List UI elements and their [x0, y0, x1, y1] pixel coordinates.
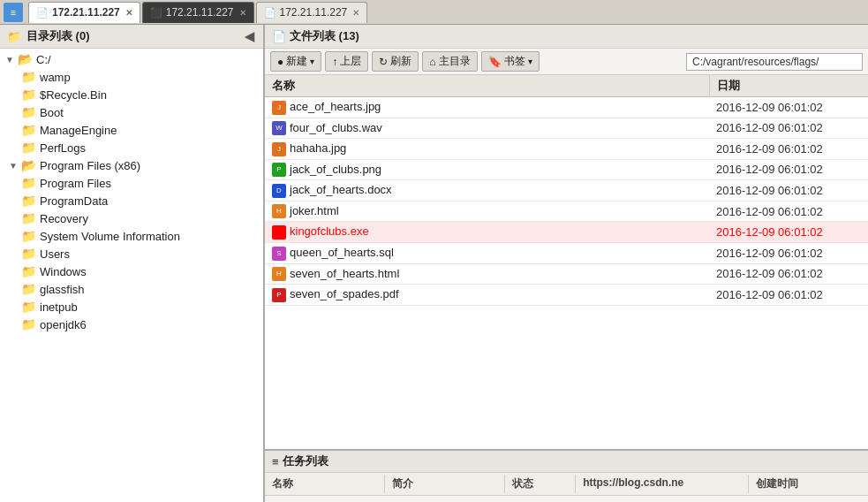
tree-item-label: ProgramData [40, 194, 108, 208]
file-date-cell: 2016-12-09 06:01:02 [709, 180, 868, 202]
table-row[interactable]: Hjoker.html2016-12-09 06:01:02 [265, 201, 868, 222]
file-type-icon: D [272, 184, 286, 198]
tree-item-label: inetpub [40, 300, 78, 314]
tree-item-label: Windows [40, 265, 87, 278]
left-panel-icon: 📁 [7, 30, 21, 43]
file-date-cell: 2016-12-09 06:01:02 [709, 263, 868, 285]
task-col-name: 名称 [265, 475, 385, 493]
file-table-container[interactable]: 名称 日期 Jace_of_hearts.jpg2016-12-09 06:01… [265, 75, 868, 449]
file-date-cell: 2016-12-09 06:01:02 [709, 242, 868, 263]
tree-folder-icon: 📁 [21, 264, 36, 278]
col-name-header[interactable]: 名称 [265, 75, 709, 97]
tab-2-icon: ⬛ [150, 7, 162, 19]
tree-item[interactable]: 📁Recovery [0, 209, 263, 227]
right-panel: 📄 文件列表 (13) ● 新建 ▾ ↑ 上层 ↻ 刷新 ⌂ 主目录 � [265, 25, 868, 502]
left-panel: 📁 目录列表 (0) ◀ ▼ 📂 C:/ 📁wamp 📁$Recycle.Bin… [0, 25, 265, 502]
tab-2-close[interactable]: ✕ [239, 8, 246, 18]
file-type-icon: S [272, 247, 286, 261]
tree-folder-icon: 📁 [21, 194, 36, 208]
tree-item[interactable]: 📁openjdk6 [0, 316, 263, 333]
tab-2[interactable]: ⬛ 172.21.11.227 ✕ [142, 2, 254, 23]
tree-item[interactable]: 📁glassfish [0, 280, 263, 298]
tree-items: 📁wamp 📁$Recycle.Bin 📁Boot 📁ManageEngine … [0, 68, 263, 333]
file-date-cell: 2016-12-09 06:01:02 [709, 97, 868, 118]
tree-expand-icon[interactable]: ▼ [7, 161, 19, 171]
table-row[interactable]: Pjack_of_clubs.png2016-12-09 06:01:02 [265, 159, 868, 180]
collapse-button[interactable]: ◀ [243, 29, 256, 43]
file-name-text: jack_of_clubs.png [290, 163, 381, 176]
toolbar: ● 新建 ▾ ↑ 上层 ↻ 刷新 ⌂ 主目录 🔖 书签 ▾ [265, 49, 868, 75]
path-input[interactable] [686, 53, 863, 71]
table-row[interactable]: Jhahaha.jpg2016-12-09 06:01:02 [265, 139, 868, 160]
tree-item[interactable]: 📁Boot [0, 103, 263, 121]
tree-item[interactable]: 📁$Recycle.Bin [0, 86, 263, 103]
task-col-url: https://blog.csdn.ne [576, 475, 749, 493]
new-label: 新建 [286, 54, 307, 69]
up-icon: ↑ [332, 56, 337, 68]
new-button[interactable]: ● 新建 ▾ [270, 51, 321, 72]
tab-1-close[interactable]: ✕ [125, 8, 132, 18]
tree-folder-icon: 📁 [21, 87, 36, 102]
home-button[interactable]: ⌂ 主目录 [422, 51, 477, 72]
table-header-row: 名称 日期 [265, 75, 868, 97]
home-label: 主目录 [439, 54, 471, 69]
tree-item-label: System Volume Information [40, 230, 180, 243]
task-col-time: 创建时间 [749, 475, 868, 493]
file-name-cell: Hseven_of_hearts.html [265, 263, 709, 285]
tree-item[interactable]: 📁Users [0, 245, 263, 262]
tree-item-label: Boot [40, 106, 64, 119]
tree-folder-icon: 📁 [21, 211, 36, 225]
tree-folder-icon: 📁 [21, 70, 36, 84]
refresh-button[interactable]: ↻ 刷新 [372, 51, 419, 72]
table-row[interactable]: Pseven_of_spades.pdf2016-12-09 06:01:02 [265, 285, 868, 306]
file-tbody: Jace_of_hearts.jpg2016-12-09 06:01:02Wfo… [265, 97, 868, 306]
tab-3-close[interactable]: ✕ [352, 8, 359, 18]
tree-item-label: Recovery [40, 212, 88, 225]
tree-item[interactable]: 📁System Volume Information [0, 227, 263, 245]
tree-item[interactable]: 📁inetpub [0, 298, 263, 316]
bookmark-button[interactable]: 🔖 书签 ▾ [481, 51, 540, 72]
table-row[interactable]: Wfour_of_clubs.wav2016-12-09 06:01:02 [265, 118, 868, 139]
tab-1[interactable]: 📄 172.21.11.227 ✕ [28, 2, 140, 23]
refresh-label: 刷新 [390, 54, 411, 69]
task-panel-header: ≡ 任务列表 [265, 451, 868, 473]
tree-container[interactable]: ▼ 📂 C:/ 📁wamp 📁$Recycle.Bin 📁Boot 📁Manag… [0, 49, 263, 502]
file-name-text: jack_of_hearts.docx [290, 183, 392, 196]
tree-root[interactable]: ▼ 📂 C:/ [0, 50, 263, 68]
tree-item[interactable]: 📁ManageEngine [0, 121, 263, 139]
table-row[interactable]: Jace_of_hearts.jpg2016-12-09 06:01:02 [265, 97, 868, 118]
tab-3[interactable]: 📄 172.21.11.227 ✕ [256, 2, 368, 23]
file-name-cell: Wfour_of_clubs.wav [265, 118, 709, 139]
file-type-icon: J [272, 142, 286, 156]
right-panel-title: 文件列表 (13) [290, 28, 359, 44]
tree-item[interactable]: 📁Program Files [0, 174, 263, 192]
tree-item[interactable]: 📁Windows [0, 262, 263, 280]
file-date-cell: 2016-12-09 06:01:02 [709, 118, 868, 139]
tree-item[interactable]: ▼📂Program Files (x86) [0, 156, 263, 174]
file-name-cell: Hjoker.html [265, 201, 709, 222]
tree-item[interactable]: 📁ProgramData [0, 192, 263, 209]
file-name-cell: Pseven_of_spades.pdf [265, 285, 709, 306]
table-row[interactable]: Squeen_of_hearts.sql2016-12-09 06:01:02 [265, 242, 868, 263]
table-row[interactable]: Hseven_of_hearts.html2016-12-09 06:01:02 [265, 263, 868, 285]
file-type-icon: P [272, 163, 286, 177]
file-type-icon: H [272, 267, 286, 281]
table-row[interactable]: kingofclubs.exe2016-12-09 06:01:02 [265, 222, 868, 243]
bookmark-icon: 🔖 [488, 56, 502, 68]
file-date-cell: 2016-12-09 06:01:02 [709, 285, 868, 306]
tree-item-label: ManageEngine [40, 124, 117, 137]
table-row[interactable]: Djack_of_hearts.docx2016-12-09 06:01:02 [265, 180, 868, 202]
tree-folder-icon: 📂 [21, 158, 36, 172]
tree-item[interactable]: 📁wamp [0, 68, 263, 86]
file-name-text: ace_of_hearts.jpg [290, 100, 381, 113]
tree-folder-icon: 📁 [21, 123, 36, 137]
col-date-header[interactable]: 日期 [709, 75, 868, 97]
left-panel-header: 📁 目录列表 (0) ◀ [0, 25, 263, 49]
task-table-header: 名称 简介 状态 https://blog.csdn.ne 创建时间 [265, 473, 868, 496]
bookmark-label: 书签 [504, 54, 525, 69]
file-type-icon: P [272, 288, 286, 302]
tree-root-expand[interactable]: ▼ [4, 55, 16, 65]
tree-item[interactable]: 📁PerfLogs [0, 139, 263, 156]
file-date-cell: 2016-12-09 06:01:02 [709, 139, 868, 160]
up-button[interactable]: ↑ 上层 [325, 51, 368, 72]
